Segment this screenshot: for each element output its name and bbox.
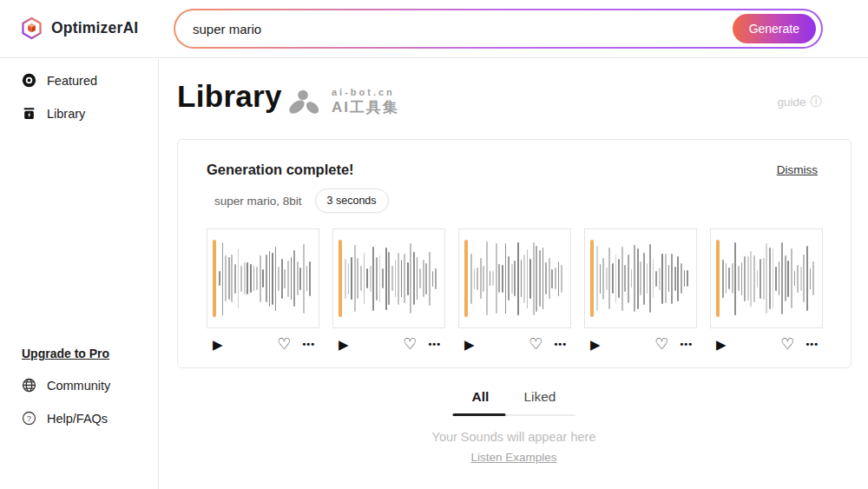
top-bar: OptimizerAI Generate bbox=[0, 0, 868, 58]
like-button[interactable]: ♡ bbox=[780, 336, 794, 352]
tab-all[interactable]: All bbox=[472, 389, 490, 413]
upgrade-to-pro-link[interactable]: Upgrade to Pro bbox=[22, 347, 109, 360]
card-subheader: super mario, 8bit 3 seconds bbox=[214, 188, 851, 213]
sidebar-item-label: Library bbox=[47, 107, 85, 121]
waveform-bars bbox=[219, 236, 314, 320]
sidebar-item-label: Featured bbox=[47, 74, 97, 88]
watermark-line2: AI工具集 bbox=[332, 97, 399, 117]
generation-card: Generation complete! Dismiss super mario… bbox=[177, 139, 852, 368]
sidebar-item-featured[interactable]: Featured bbox=[22, 73, 97, 88]
main-content: Library ai-bot.cn AI工具集 guide ⓘ Generati… bbox=[160, 59, 868, 489]
brand-logo-icon bbox=[20, 17, 43, 40]
sidebar-item-help[interactable]: ? Help/FAQs bbox=[22, 411, 108, 426]
play-button[interactable]: ▶ bbox=[716, 338, 727, 351]
more-options-button[interactable]: ••• bbox=[806, 340, 819, 349]
watermark-text: ai-bot.cn AI工具集 bbox=[332, 87, 399, 117]
play-button[interactable]: ▶ bbox=[590, 338, 601, 351]
playhead-bar bbox=[590, 240, 594, 317]
guide-label: guide bbox=[777, 96, 806, 109]
play-button[interactable]: ▶ bbox=[464, 338, 475, 351]
playhead-bar bbox=[464, 240, 468, 317]
play-button[interactable]: ▶ bbox=[339, 338, 349, 351]
waveform-tile[interactable] bbox=[458, 228, 571, 328]
card-header: Generation complete! Dismiss bbox=[207, 162, 818, 178]
tile-controls: ▶♡••• bbox=[207, 336, 319, 352]
sidebar: Featured Library Upgrade to Pro Communit… bbox=[0, 59, 159, 489]
sidebar-item-community[interactable]: Community bbox=[22, 378, 110, 393]
info-icon: ⓘ bbox=[811, 94, 823, 109]
library-icon bbox=[22, 106, 36, 121]
prompt-input[interactable] bbox=[193, 22, 733, 36]
svg-text:?: ? bbox=[27, 414, 31, 423]
globe-icon bbox=[22, 378, 36, 393]
guide-link[interactable]: guide ⓘ bbox=[777, 94, 822, 109]
playhead-bar bbox=[339, 240, 342, 317]
like-button[interactable]: ♡ bbox=[654, 336, 668, 352]
tile-controls: ▶♡••• bbox=[458, 336, 571, 352]
sidebar-item-label: Community bbox=[47, 379, 110, 393]
like-button[interactable]: ♡ bbox=[529, 336, 542, 352]
waveform-tile[interactable] bbox=[332, 228, 445, 328]
waveform-tile[interactable] bbox=[710, 228, 823, 328]
more-options-button[interactable]: ••• bbox=[680, 340, 693, 349]
tile-controls: ▶♡••• bbox=[584, 336, 697, 352]
card-title: Generation complete! bbox=[207, 162, 354, 178]
more-options-button[interactable]: ••• bbox=[302, 340, 315, 349]
waveform-row bbox=[207, 228, 851, 328]
waveform-bars bbox=[596, 236, 692, 320]
more-options-button[interactable]: ••• bbox=[554, 340, 567, 349]
watermark-logo-icon bbox=[288, 89, 325, 116]
empty-state-text: Your Sounds will appear here bbox=[160, 430, 868, 444]
waveform-tile[interactable] bbox=[584, 228, 697, 328]
like-button[interactable]: ♡ bbox=[277, 336, 291, 352]
like-button[interactable]: ♡ bbox=[403, 336, 417, 352]
help-icon: ? bbox=[22, 411, 36, 426]
examples-link-wrap: Listen Examples bbox=[160, 451, 868, 464]
tab-active-indicator bbox=[453, 413, 506, 416]
tile-controls: ▶♡••• bbox=[332, 336, 445, 352]
more-options-button[interactable]: ••• bbox=[428, 340, 441, 349]
playhead-bar bbox=[213, 240, 216, 317]
watermark: ai-bot.cn AI工具集 bbox=[288, 87, 399, 117]
featured-icon bbox=[22, 73, 36, 88]
waveform-bars bbox=[722, 236, 818, 320]
generate-button[interactable]: Generate bbox=[733, 14, 816, 43]
tab-liked[interactable]: Liked bbox=[523, 389, 556, 413]
prompt-summary: super mario, 8bit bbox=[214, 195, 302, 208]
tile-controls: ▶♡••• bbox=[710, 336, 823, 352]
listen-examples-link[interactable]: Listen Examples bbox=[470, 451, 556, 464]
tile-controls-row: ▶♡•••▶♡•••▶♡•••▶♡•••▶♡••• bbox=[207, 336, 851, 352]
play-button[interactable]: ▶ bbox=[213, 338, 223, 351]
tab-track bbox=[453, 414, 575, 416]
brand-name: OptimizerAI bbox=[51, 19, 138, 37]
waveform-bars bbox=[470, 236, 566, 320]
page-title: Library bbox=[177, 79, 282, 114]
duration-badge: 3 seconds bbox=[315, 188, 389, 213]
prompt-bar: Generate bbox=[174, 9, 823, 49]
dismiss-link[interactable]: Dismiss bbox=[777, 163, 818, 176]
sidebar-item-library[interactable]: Library bbox=[22, 106, 85, 121]
brand: OptimizerAI bbox=[20, 17, 138, 40]
playhead-bar bbox=[716, 240, 720, 317]
waveform-bars bbox=[345, 236, 440, 320]
waveform-tile[interactable] bbox=[207, 228, 319, 328]
watermark-line1: ai-bot.cn bbox=[332, 87, 399, 97]
sidebar-item-label: Help/FAQs bbox=[47, 412, 108, 426]
tab-bar: All Liked bbox=[160, 389, 868, 413]
